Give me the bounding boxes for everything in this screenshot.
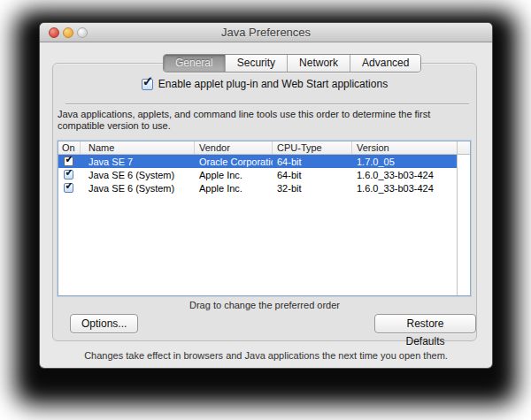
column-header-vendor[interactable]: Vendor [195,141,273,154]
java-versions-table: On Name Vendor CPU-Type Version ✓ J [58,141,471,296]
table-header: On Name Vendor CPU-Type Version [58,141,470,155]
checkmark-icon: ✓ [65,170,74,178]
column-header-version[interactable]: Version [352,141,457,154]
restore-defaults-button[interactable]: Restore Defaults [374,314,476,333]
row-name-cell: Java SE 6 (System) [81,183,195,194]
row-cpu-cell: 64-bit [273,157,352,167]
row-on-cell: ✓ [58,183,81,193]
row-on-cell: ✓ [58,170,81,179]
tab-security[interactable]: Security [225,55,287,72]
row-version-cell: 1.6.0_33-b03-424 [352,183,457,194]
tab-advanced[interactable]: Advanced [350,55,420,72]
options-button[interactable]: Options... [70,314,138,333]
zoom-button-icon[interactable] [77,27,88,38]
row-cpu-cell: 32-bit [273,183,352,194]
enable-applets-label: Enable applet plug-in and Web Start appl… [158,78,388,90]
table-row-java-se-6-64bit[interactable]: ✓ Java SE 6 (System) Apple Inc. 64-bit 1… [58,168,457,181]
row-on-cell: ✓ [58,157,81,166]
order-description: Java applications, applets, and command … [58,109,470,132]
enable-applets-row: ✓ Enable applet plug-in and Web Start ap… [53,77,476,91]
close-button-icon[interactable] [49,27,59,38]
general-tab-pane: ✓ Enable applet plug-in and Web Start ap… [52,63,477,341]
java-preferences-window: Java Preferences General Security Networ… [39,22,493,369]
footer-note: Changes take effect in browsers and Java… [40,350,492,361]
checkmark-icon: ✓ [142,74,154,88]
column-header-scroll-spacer [457,141,470,154]
row-cpu-cell: 64-bit [273,170,352,180]
tab-general[interactable]: General [164,55,225,72]
window-title: Java Preferences [40,23,492,42]
row-checkbox[interactable]: ✓ [64,157,73,166]
row-vendor-cell: Oracle Corporation [195,157,273,167]
table-row-java-se-6-32bit[interactable]: ✓ Java SE 6 (System) Apple Inc. 32-bit 1… [58,181,457,195]
table-body: ✓ Java SE 7 Oracle Corporation 64-bit 1.… [58,155,457,295]
screenshot-stage: Java Preferences General Security Networ… [0,0,531,420]
row-vendor-cell: Apple Inc. [195,170,273,180]
tab-network[interactable]: Network [287,55,350,72]
column-header-name[interactable]: Name [81,141,195,154]
minimize-button-icon[interactable] [63,27,73,38]
row-vendor-cell: Apple Inc. [195,183,273,194]
checkmark-icon: ✓ [65,183,74,191]
titlebar[interactable]: Java Preferences [40,23,492,42]
row-version-cell: 1.7.0_05 [352,157,457,167]
row-name-cell: Java SE 7 [81,157,195,167]
row-checkbox[interactable]: ✓ [64,183,73,193]
enable-applets-checkbox[interactable]: ✓ [142,79,153,90]
column-header-on[interactable]: On [58,141,81,154]
checkmark-icon: ✓ [65,157,74,164]
tab-bar: General Security Network Advanced [163,54,421,73]
vertical-scrollbar-track[interactable] [457,155,470,295]
row-version-cell: 1.6.0_33-b03-424 [352,170,457,180]
column-header-cpu-type[interactable]: CPU-Type [273,141,352,154]
drag-order-hint: Drag to change the preferred order [53,300,476,310]
row-name-cell: Java SE 6 (System) [81,170,195,180]
table-row-java-se-7[interactable]: ✓ Java SE 7 Oracle Corporation 64-bit 1.… [58,155,457,168]
separator-line [65,103,469,104]
row-checkbox[interactable]: ✓ [64,170,73,179]
